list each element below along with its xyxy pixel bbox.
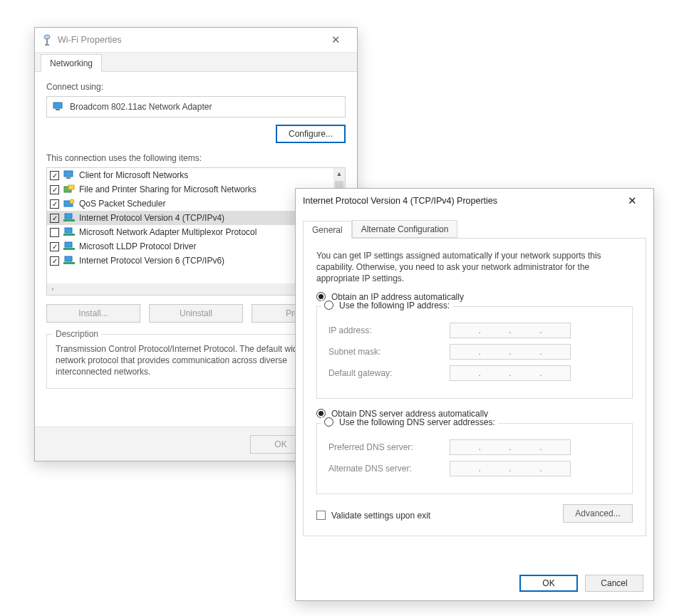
ipv4-title: Internet Protocol Version 4 (TCP/IPv4) P… (303, 196, 618, 206)
list-item[interactable]: File and Printer Sharing for Microsoft N… (47, 182, 333, 197)
subnet-label: Subnet mask: (328, 347, 450, 357)
configure-button-label: Configure... (289, 129, 333, 139)
tab-general[interactable]: General (303, 221, 352, 239)
checkbox-icon (316, 511, 326, 520)
pref-dns-label: Preferred DNS server: (328, 442, 450, 452)
checkbox-icon[interactable] (50, 199, 59, 209)
svg-rect-14 (65, 228, 72, 233)
description-legend: Description (53, 329, 101, 339)
ip-address-label: IP address: (328, 325, 450, 335)
scrollbar-horizontal[interactable]: ‹ › (47, 283, 333, 295)
intro-text: You can get IP settings assigned automat… (316, 250, 633, 285)
protocol-icon (63, 198, 75, 209)
adapter-field[interactable]: Broadcom 802.11ac Network Adapter (46, 96, 346, 118)
tab-general-label: General (312, 225, 343, 235)
svg-rect-3 (53, 103, 62, 108)
validate-checkbox[interactable]: Validate settings upon exit (316, 511, 430, 521)
configure-button[interactable]: Configure... (276, 125, 346, 143)
wifi-title: Wi-Fi Properties (58, 35, 321, 45)
list-item[interactable]: Microsoft Network Adapter Multiplexor Pr… (47, 225, 333, 239)
wifi-tabs: Networking (35, 52, 357, 72)
close-icon[interactable]: ✕ (618, 194, 646, 207)
svg-rect-15 (63, 248, 75, 250)
validate-label: Validate settings upon exit (331, 511, 430, 521)
tab-alt-label: Alternate Configuration (361, 224, 449, 234)
protocol-icon (63, 184, 75, 195)
cancel-button[interactable]: Cancel (585, 575, 643, 592)
ip-manual-group: Use the following IP address: IP address… (316, 306, 633, 399)
uninstall-button[interactable]: Uninstall (149, 304, 243, 323)
ipv4-titlebar: Internet Protocol Version 4 (TCP/IPv4) P… (296, 189, 653, 213)
subnet-input: ... (450, 344, 571, 360)
ok-button-label: OK (274, 439, 286, 449)
dns-manual-group: Use the following DNS server addresses: … (316, 423, 633, 494)
ipv4-properties-dialog: Internet Protocol Version 4 (TCP/IPv4) P… (295, 188, 654, 601)
gateway-label: Default gateway: (328, 368, 450, 378)
wifi-icon (42, 34, 53, 46)
ip-address-input: ... (450, 323, 571, 338)
radio-dns-manual-label[interactable]: Use the following DNS server addresses: (339, 417, 495, 427)
svg-rect-13 (63, 234, 75, 236)
svg-rect-1 (46, 38, 48, 44)
checkbox-icon[interactable] (50, 171, 59, 180)
scroll-up-icon[interactable]: ▲ (333, 168, 345, 179)
pref-dns-input: ... (450, 439, 571, 455)
adapter-name: Broadcom 802.11ac Network Adapter (70, 102, 212, 112)
svg-point-10 (70, 199, 74, 204)
tab-networking[interactable]: Networking (41, 54, 102, 72)
svg-rect-18 (65, 256, 72, 261)
advanced-button[interactable]: Advanced... (563, 504, 633, 523)
ok-button[interactable]: OK (519, 575, 578, 592)
list-item-label: Client for Microsoft Networks (79, 170, 188, 180)
gateway-input: ... (450, 365, 571, 381)
svg-rect-5 (64, 171, 73, 177)
protocol-icon (63, 241, 75, 252)
radio-icon[interactable] (324, 417, 333, 427)
svg-rect-2 (45, 44, 49, 46)
svg-rect-16 (65, 242, 72, 247)
list-item-label: File and Printer Sharing for Microsoft N… (79, 184, 257, 194)
connect-using-label: Connect using: (46, 82, 346, 92)
svg-rect-12 (65, 214, 72, 219)
tab-networking-label: Networking (50, 58, 93, 68)
protocol-icon (63, 255, 75, 266)
svg-rect-4 (56, 109, 60, 110)
checkbox-icon[interactable] (50, 214, 59, 223)
tab-alternate-configuration[interactable]: Alternate Configuration (352, 220, 458, 238)
uninstall-button-label: Uninstall (180, 308, 212, 318)
svg-rect-8 (68, 185, 74, 189)
svg-rect-6 (66, 177, 71, 179)
protocol-icon (63, 169, 75, 181)
close-icon[interactable]: ✕ (321, 33, 350, 46)
checkbox-icon[interactable] (50, 256, 59, 266)
list-item[interactable]: Microsoft LLDP Protocol Driver (47, 239, 333, 254)
svg-rect-11 (63, 219, 75, 221)
radio-ip-manual-label[interactable]: Use the following IP address: (339, 301, 450, 310)
ok-button-label: OK (542, 578, 554, 588)
list-item-label: Internet Protocol Version 4 (TCP/IPv4) (79, 213, 224, 223)
alt-dns-input: ... (450, 461, 571, 476)
alt-dns-label: Alternate DNS server: (328, 464, 450, 474)
list-item[interactable]: QoS Packet Scheduler (47, 197, 333, 211)
install-button[interactable]: Install... (46, 304, 140, 323)
list-item[interactable]: Internet Protocol Version 6 (TCP/IPv6) (47, 254, 333, 268)
wifi-titlebar: Wi-Fi Properties ✕ (35, 28, 357, 52)
list-item[interactable]: Internet Protocol Version 4 (TCP/IPv4) (47, 211, 333, 225)
svg-rect-17 (63, 262, 75, 264)
radio-icon[interactable] (324, 301, 333, 310)
install-button-label: Install... (78, 308, 108, 318)
checkbox-icon[interactable] (50, 242, 59, 251)
list-item[interactable]: Client for Microsoft Networks (47, 168, 333, 182)
advanced-button-label: Advanced... (575, 508, 620, 518)
scroll-left-icon[interactable]: ‹ (47, 283, 58, 295)
cancel-button-label: Cancel (601, 578, 627, 588)
protocol-icon (63, 226, 75, 238)
list-item-label: Internet Protocol Version 6 (TCP/IPv6) (79, 256, 224, 266)
description-text: Transmission Control Protocol/Internet P… (56, 343, 336, 378)
items-label: This connection uses the following items… (46, 153, 346, 163)
checkbox-icon[interactable] (50, 228, 59, 237)
list-item-label: Microsoft LLDP Protocol Driver (79, 241, 197, 251)
checkbox-icon[interactable] (50, 185, 59, 194)
list-item-label: QoS Packet Scheduler (79, 199, 165, 209)
adapter-icon (53, 101, 64, 113)
